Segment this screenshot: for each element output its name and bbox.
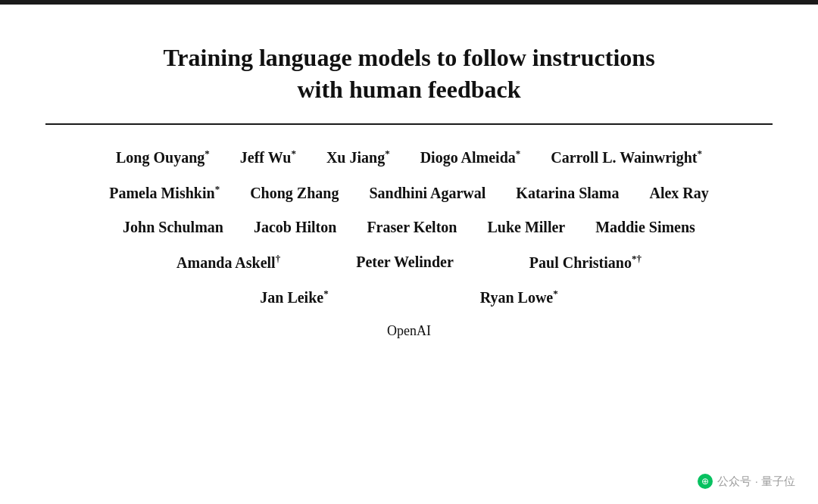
author-row-1: Long Ouyang* Jeff Wu* Xu Jiang* Diogo Al… [61, 148, 757, 166]
title-divider [45, 123, 773, 125]
author-fraser-kelton: Fraser Kelton [367, 219, 457, 236]
author-row-3: John Schulman Jacob Hilton Fraser Kelton… [61, 219, 757, 236]
author-peter-welinder: Peter Welinder [356, 254, 454, 271]
paper-title: Training language models to follow instr… [76, 42, 742, 105]
author-diogo-almeida: Diogo Almeida* [420, 148, 521, 166]
author-paul-christiano: Paul Christiano*† [529, 253, 642, 272]
author-row-5: Jan Leike* Ryan Lowe* [61, 288, 757, 306]
watermark-text: 公众号 · 量子位 [717, 474, 795, 489]
author-amanda-askell: Amanda Askell† [176, 253, 280, 272]
wechat-icon: ⊕ [698, 474, 713, 489]
author-luke-miller: Luke Miller [487, 219, 565, 236]
author-jeff-wu: Jeff Wu* [240, 148, 296, 166]
author-xu-jiang: Xu Jiang* [326, 148, 390, 166]
author-john-schulman: John Schulman [123, 219, 223, 236]
author-row-2: Pamela Mishkin* Chong Zhang Sandhini Aga… [61, 183, 757, 202]
author-row-4: Amanda Askell† Peter Welinder Paul Chris… [61, 253, 757, 272]
author-jacob-hilton: Jacob Hilton [254, 219, 336, 236]
author-chong-zhang: Chong Zhang [250, 185, 339, 202]
author-jan-leike: Jan Leike* [260, 288, 328, 306]
authors-section: Long Ouyang* Jeff Wu* Xu Jiang* Diogo Al… [45, 148, 773, 339]
title-line2: with human feedback [297, 76, 520, 103]
author-long-ouyang: Long Ouyang* [116, 148, 210, 166]
author-ryan-lowe: Ryan Lowe* [480, 288, 558, 306]
title-line1: Training language models to follow instr… [163, 44, 654, 71]
author-carroll-wainwright: Carroll L. Wainwright* [551, 148, 702, 166]
page-content: Training language models to follow instr… [0, 5, 818, 354]
author-katarina-slama: Katarina Slama [516, 185, 619, 202]
author-pamela-mishkin: Pamela Mishkin* [109, 183, 220, 202]
author-sandhini-agarwal: Sandhini Agarwal [369, 185, 485, 202]
affiliation: OpenAI [61, 323, 757, 339]
watermark: ⊕ 公众号 · 量子位 [698, 474, 795, 489]
title-section: Training language models to follow instr… [45, 27, 773, 123]
author-alex-ray: Alex Ray [649, 185, 708, 202]
author-maddie-simens: Maddie Simens [595, 219, 695, 236]
